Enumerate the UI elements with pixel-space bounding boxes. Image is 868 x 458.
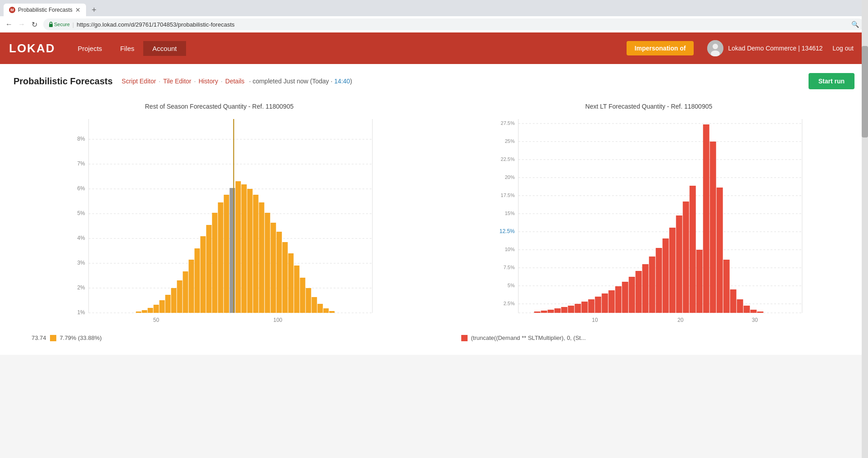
left-chart-panel: Rest of Season Forecasted Quantity - Ref… [14, 103, 425, 341]
legend-value: 73.74 [32, 334, 46, 341]
right-chart-legend: (truncate((Demand ** SLTMultiplier), 0, … [443, 334, 855, 341]
reload-button[interactable]: ↻ [29, 19, 40, 30]
svg-rect-57 [329, 311, 335, 313]
legend-formula: (truncate((Demand ** SLTMultiplier), 0, … [471, 334, 586, 341]
charts-container: Rest of Season Forecasted Quantity - Ref… [14, 98, 854, 346]
new-tab-button[interactable]: + [88, 4, 100, 16]
browser-chrome: Probabilistic Forecasts ✕ + ← → ↻ Secure… [0, 0, 868, 32]
nav-projects[interactable]: Projects [68, 41, 111, 56]
nav-files[interactable]: Files [111, 41, 144, 56]
tab-title: Probabilistic Forecasts [18, 7, 73, 13]
svg-text:20%: 20% [504, 174, 514, 180]
svg-rect-31 [177, 280, 182, 313]
svg-point-2 [713, 44, 718, 49]
logout-button[interactable]: Log out [827, 41, 859, 55]
svg-rect-109 [682, 202, 689, 313]
address-input[interactable]: Secure | https://go.lokad.com/d/29761/17… [43, 18, 864, 30]
nav-account[interactable]: Account [143, 41, 186, 56]
svg-rect-44 [253, 195, 259, 313]
svg-rect-37 [212, 213, 218, 313]
svg-rect-24 [136, 311, 141, 313]
svg-rect-89 [547, 310, 554, 313]
svg-rect-54 [312, 297, 317, 313]
secure-badge: Secure [49, 22, 70, 27]
svg-rect-39 [224, 195, 229, 313]
svg-rect-53 [306, 288, 311, 313]
forward-button[interactable]: → [16, 19, 27, 30]
svg-rect-99 [615, 286, 621, 313]
left-chart-svg: 8% 7% 6% 5% 4% 3% 2% 1% 50 100 [14, 114, 425, 331]
svg-text:20: 20 [677, 317, 684, 323]
tab-favicon [9, 7, 15, 13]
svg-text:27.5%: 27.5% [500, 120, 514, 126]
svg-rect-114 [716, 188, 723, 313]
svg-rect-47 [271, 223, 276, 313]
svg-rect-35 [200, 236, 206, 313]
page-header: Probabilistic Forecasts Script Editor · … [14, 73, 854, 89]
svg-rect-110 [689, 186, 695, 313]
svg-rect-46 [265, 213, 270, 313]
start-run-button[interactable]: Start run [809, 73, 854, 89]
svg-rect-48 [277, 232, 282, 313]
svg-rect-38 [218, 202, 223, 313]
svg-rect-104 [649, 256, 655, 313]
svg-rect-105 [655, 248, 662, 313]
svg-text:2%: 2% [77, 284, 85, 291]
script-editor-link[interactable]: Script Editor [122, 78, 156, 85]
details-link[interactable]: Details [225, 78, 245, 85]
impersonation-button[interactable]: Impersonation of [627, 41, 694, 55]
svg-rect-51 [294, 266, 300, 313]
svg-rect-112 [703, 124, 709, 313]
svg-rect-55 [318, 304, 323, 313]
back-button[interactable]: ← [4, 19, 14, 30]
svg-text:3%: 3% [77, 260, 85, 266]
tab-close-button[interactable]: ✕ [75, 6, 81, 14]
legend-pct: 7.79% (33.88%) [60, 334, 102, 341]
svg-text:7.5%: 7.5% [503, 265, 514, 270]
svg-text:30: 30 [752, 317, 758, 323]
svg-text:8%: 8% [77, 136, 85, 142]
svg-rect-120 [757, 311, 763, 313]
tile-editor-link[interactable]: Tile Editor [163, 78, 191, 85]
svg-rect-100 [622, 282, 628, 313]
svg-text:10%: 10% [504, 247, 514, 252]
time-link[interactable]: 14:40 [334, 78, 350, 85]
svg-text:50: 50 [153, 317, 159, 323]
svg-rect-0 [49, 24, 53, 27]
right-chart-area: 27.5% 25% 22.5% 20% 17.5% 15% 12.5% 10% … [443, 114, 855, 331]
svg-rect-29 [165, 295, 171, 313]
svg-text:1%: 1% [77, 309, 85, 316]
svg-text:25%: 25% [504, 138, 514, 144]
page-content: Probabilistic Forecasts Script Editor · … [0, 64, 868, 355]
svg-rect-27 [154, 305, 159, 313]
svg-rect-117 [736, 299, 743, 313]
svg-rect-96 [595, 297, 601, 313]
left-chart-legend: 73.74 7.79% (33.88%) [14, 334, 425, 341]
svg-rect-32 [183, 271, 188, 313]
right-chart-svg: 27.5% 25% 22.5% 20% 17.5% 15% 12.5% 10% … [443, 114, 855, 331]
svg-rect-33 [189, 260, 194, 313]
right-chart-panel: Next LT Forecasted Quantity - Ref. 11800… [443, 103, 855, 341]
svg-rect-106 [662, 238, 668, 313]
legend-color-orange [50, 335, 56, 341]
svg-text:7%: 7% [77, 160, 85, 167]
svg-rect-43 [247, 189, 253, 313]
user-name: Lokad Demo Commerce | 134612 [728, 45, 823, 52]
svg-rect-92 [568, 306, 574, 313]
app-header: LOKAD Projects Files Account Impersonati… [0, 32, 868, 64]
svg-rect-30 [171, 288, 177, 313]
svg-rect-98 [608, 290, 614, 313]
svg-rect-113 [709, 142, 716, 313]
scrollbar[interactable] [862, 0, 868, 458]
svg-rect-97 [601, 293, 608, 313]
svg-text:10: 10 [592, 317, 598, 323]
address-bar: ← → ↻ Secure | https://go.lokad.com/d/29… [0, 16, 868, 32]
svg-rect-36 [206, 225, 212, 313]
history-link[interactable]: History [199, 78, 218, 85]
svg-rect-50 [288, 253, 294, 313]
scrollbar-thumb[interactable] [862, 46, 868, 137]
svg-text:15%: 15% [504, 211, 514, 216]
active-tab[interactable]: Probabilistic Forecasts ✕ [4, 4, 86, 16]
main-nav: Projects Files Account [68, 41, 186, 56]
svg-rect-88 [541, 311, 547, 313]
